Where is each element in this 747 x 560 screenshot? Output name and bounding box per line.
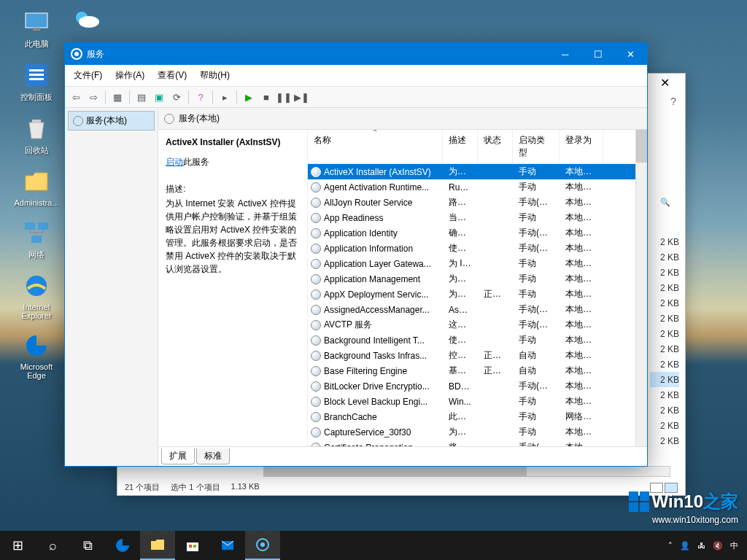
service-row[interactable]: BranchCache此服...手动网络服务 — [308, 409, 635, 424]
taskbar: ⊞ ⌕ ⧉ ˄ 👤 🖧 🔇 中 — [0, 531, 747, 560]
service-icon — [311, 167, 321, 177]
start-menu-button[interactable]: ⊞ — [0, 531, 35, 560]
desktop-icon-recyclebin[interactable]: 回收站 — [11, 114, 62, 156]
tabs-bar: 扩展 标准 — [158, 446, 647, 466]
service-row[interactable]: Certificate Propagation将用...手动(触发...本地系统 — [308, 440, 635, 446]
search-button[interactable]: ⌕ — [35, 531, 70, 560]
watermark: Win10之家 www.win10xitong.com — [629, 490, 738, 525]
desktop-icon-admin[interactable]: Administra... — [11, 167, 62, 207]
service-icon — [311, 397, 321, 407]
service-row[interactable]: Application Information使用...手动(触发...本地系统 — [308, 241, 635, 256]
svg-rect-4 — [29, 74, 44, 76]
show-hide-button[interactable]: ▦ — [109, 89, 125, 105]
col-name[interactable]: 名称 — [308, 130, 443, 163]
service-row[interactable]: App Readiness当用...手动本地系统 — [308, 210, 635, 225]
service-row[interactable]: BitLocker Drive Encryptio...BDE...手动(触发.… — [308, 378, 635, 394]
menu-file[interactable]: 文件(F) — [68, 66, 108, 85]
forward-button[interactable]: ⇨ — [85, 89, 101, 105]
toolbar: ⇦ ⇨ ▦ ▤ ▣ ⟳ ? ▸ ▶ ■ ❚❚ ▶❚ — [65, 87, 647, 108]
service-row[interactable]: AppX Deployment Servic...为部...正在...手动本地系… — [308, 287, 635, 302]
desktop-icon-edge[interactable]: Microsoft Edge — [11, 331, 62, 380]
service-icon — [311, 259, 321, 269]
systray-volume-icon[interactable]: 🔇 — [713, 541, 723, 551]
bg-close-button[interactable]: ✕ — [650, 76, 679, 90]
tree-root-item[interactable]: 服务(本地) — [68, 111, 155, 131]
search-icon[interactable]: 🔍 — [660, 198, 670, 207]
service-row[interactable]: AllJoyn Router Service路由...手动(触发...本地服务 — [308, 195, 635, 210]
control-panel-icon — [22, 61, 51, 90]
service-row[interactable]: Application Layer Gatewa...为 In...手动本地服务 — [308, 256, 635, 271]
explorer-taskbar-button[interactable] — [140, 531, 175, 560]
edge-taskbar-button[interactable] — [105, 531, 140, 560]
service-row[interactable]: CaptureService_30f30为调...手动本地系统 — [308, 424, 635, 440]
tree-pane: 服务(本地) — [65, 108, 158, 466]
col-status[interactable]: 状态 — [478, 130, 513, 163]
restart-button[interactable]: ▶❚ — [293, 89, 309, 105]
service-icon — [311, 182, 321, 192]
stop-button[interactable]: ■ — [258, 89, 274, 105]
service-row[interactable]: Background Tasks Infras...控制...正在...自动本地… — [308, 348, 635, 363]
service-icon — [311, 213, 321, 223]
store-taskbar-button[interactable] — [175, 531, 210, 560]
desktop-icon-network[interactable]: 网络 — [11, 218, 62, 260]
service-row[interactable]: Application Management为通...手动本地系统 — [308, 271, 635, 287]
col-desc[interactable]: 描述 — [443, 130, 478, 163]
taskview-button[interactable]: ⧉ — [70, 531, 105, 560]
systray-network-icon[interactable]: 🖧 — [697, 541, 705, 550]
desktop-icon-controlpanel[interactable]: 控制面板 — [11, 61, 62, 103]
computer-icon — [22, 7, 51, 36]
svg-point-12 — [79, 16, 99, 28]
svg-rect-0 — [26, 13, 47, 28]
maximize-button[interactable]: ☐ — [581, 43, 614, 65]
col-logon[interactable]: 登录为 — [560, 130, 603, 163]
service-icon — [311, 244, 321, 254]
desktop-icon-thispc[interactable]: 此电脑 — [11, 7, 62, 50]
back-button[interactable]: ⇦ — [68, 89, 84, 105]
systray-people-icon[interactable]: 👤 — [680, 541, 690, 551]
service-row[interactable]: Agent Activation Runtime...Runt...手动本地系统 — [308, 179, 635, 195]
service-row[interactable]: Base Filtering Engine基本...正在...自动本地服务 — [308, 363, 635, 378]
service-row[interactable]: Block Level Backup Engi...Win...手动本地系统 — [308, 394, 635, 409]
bg-scrollbar-horizontal[interactable] — [263, 466, 670, 477]
service-row[interactable]: AVCTP 服务这是...手动(触发...本地服务 — [308, 317, 635, 332]
services-taskbar-button[interactable] — [245, 531, 280, 560]
start-service-link[interactable]: 启动 — [166, 157, 183, 167]
service-icon — [311, 289, 321, 300]
svg-rect-6 — [32, 120, 41, 122]
service-icon — [311, 305, 321, 315]
services-list-body[interactable]: ActiveX Installer (AxInstSV)为从 ...手动本地系统… — [308, 164, 635, 446]
pause-button[interactable]: ❚❚ — [276, 89, 292, 105]
titlebar[interactable]: 服务 ─ ☐ ✕ — [65, 43, 647, 65]
desktop-icon-ie[interactable]: Internet Explorer — [11, 271, 62, 320]
close-button[interactable]: ✕ — [614, 43, 647, 65]
menu-help[interactable]: 帮助(H) — [194, 66, 236, 85]
list-header: 名称 描述 状态 启动类型 登录为 — [308, 130, 635, 164]
start-button[interactable]: ▶ — [241, 89, 257, 105]
detail-action: 启动此服务 — [166, 156, 300, 168]
minimize-button[interactable]: ─ — [549, 43, 581, 65]
properties-button[interactable]: ▤ — [133, 89, 150, 105]
services-header-icon — [164, 114, 174, 124]
help-button[interactable]: ? — [193, 89, 209, 105]
service-row[interactable]: ActiveX Installer (AxInstSV)为从 ...手动本地系统 — [308, 164, 635, 179]
col-startup[interactable]: 启动类型 — [513, 130, 560, 163]
mail-taskbar-button[interactable] — [210, 531, 245, 560]
menu-view[interactable]: 查看(V) — [152, 66, 193, 85]
systray-ime-icon[interactable]: 中 — [730, 540, 738, 551]
service-icon — [311, 198, 321, 208]
svg-rect-8 — [38, 222, 48, 230]
service-row[interactable]: Application Identity确定...手动(触发...本地服务 — [308, 225, 635, 241]
menu-action[interactable]: 操作(A) — [109, 66, 150, 85]
help-icon[interactable]: ? — [670, 96, 676, 107]
bg-file-list: 2 KB2 KB2 KB2 KB2 KB2 KB2 KB2 KB2 KB2 KB… — [650, 234, 679, 448]
service-row[interactable]: Background Intelligent T...使用...手动本地系统 — [308, 332, 635, 348]
tab-extended[interactable]: 扩展 — [161, 448, 195, 464]
tab-standard[interactable]: 标准 — [196, 448, 230, 464]
service-row[interactable]: AssignedAccessManager...Assi...手动(触发...本… — [308, 302, 635, 317]
list-scrollbar[interactable] — [635, 130, 647, 446]
toolbar-icon-1[interactable]: ▸ — [217, 89, 233, 105]
service-icon — [311, 366, 321, 376]
systray-up-icon[interactable]: ˄ — [668, 541, 673, 551]
export-button[interactable]: ▣ — [151, 89, 167, 105]
refresh-button[interactable]: ⟳ — [169, 89, 185, 105]
